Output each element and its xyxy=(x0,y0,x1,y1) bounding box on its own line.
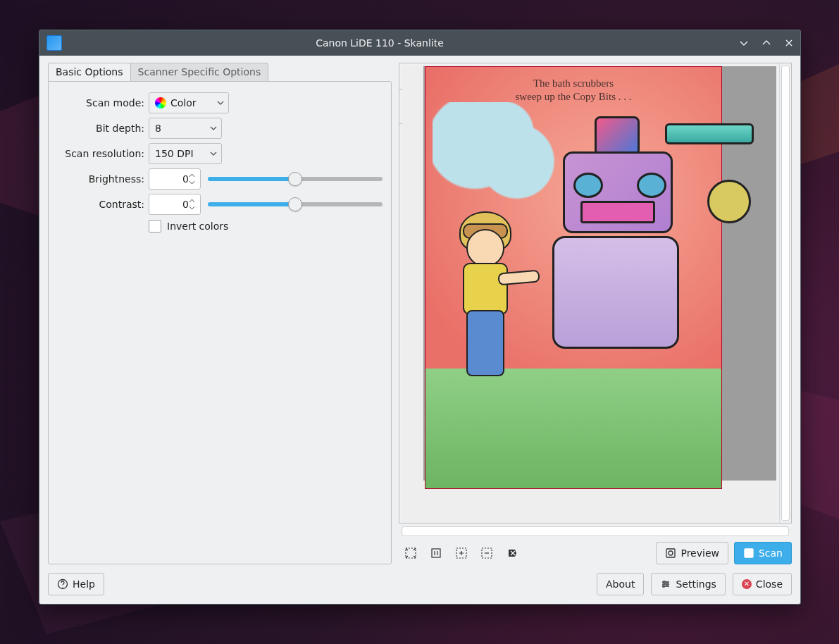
scanned-image: The bath scrubbers sweep up the Copy Bit… xyxy=(425,67,721,488)
tab-basic-options[interactable]: Basic Options xyxy=(48,63,131,81)
page-caption-line2: sweep up the Copy Bits . . . xyxy=(425,90,721,104)
scan-mode-value: Color xyxy=(170,97,197,109)
chevron-down-icon xyxy=(217,99,224,106)
scan-selection[interactable]: The bath scrubbers sweep up the Copy Bit… xyxy=(425,66,722,489)
color-wheel-icon xyxy=(155,97,166,109)
tab-scanner-specific-options[interactable]: Scanner Specific Options xyxy=(130,63,269,81)
options-panel: Basic Options Scanner Specific Options S… xyxy=(48,63,392,564)
scan-resolution-label: Scan resolution: xyxy=(57,148,149,159)
brightness-slider[interactable] xyxy=(208,169,383,189)
page-caption-line1: The bath scrubbers xyxy=(425,77,721,90)
settings-button[interactable]: Settings xyxy=(651,573,725,595)
contrast-spinbox[interactable]: 0 xyxy=(149,194,201,215)
scan-mode-combo[interactable]: Color xyxy=(149,92,229,113)
brightness-value: 0 xyxy=(149,173,190,185)
app-window: Canon LiDE 110 - Skanlite Basic Options … xyxy=(39,30,801,605)
zoom-in-icon[interactable] xyxy=(455,547,468,559)
about-button[interactable]: About xyxy=(597,573,644,595)
contrast-value: 0 xyxy=(149,199,190,210)
zoom-out-icon[interactable] xyxy=(480,547,493,559)
help-icon xyxy=(57,578,68,590)
svg-rect-1 xyxy=(432,549,440,557)
app-icon xyxy=(46,35,62,51)
brightness-label: Brightness: xyxy=(57,173,149,185)
preview-vertical-scrollbar[interactable] xyxy=(779,63,791,523)
checkbox-box-icon xyxy=(149,220,161,233)
invert-colors-label: Invert colors xyxy=(167,221,228,232)
basic-options-panel: Scan mode: Color Bit depth: 8 xyxy=(48,81,392,564)
scan-button[interactable]: Scan xyxy=(734,542,792,564)
maximize-button[interactable] xyxy=(755,30,778,56)
scan-resolution-combo[interactable]: 150 DPI xyxy=(149,143,222,164)
chevron-down-icon xyxy=(210,150,217,157)
svg-rect-7 xyxy=(746,550,752,552)
scan-icon xyxy=(743,547,754,559)
brightness-spinbox[interactable]: 0 xyxy=(149,168,201,190)
svg-point-9 xyxy=(664,581,666,583)
close-app-button[interactable]: ✕ Close xyxy=(733,573,792,595)
invert-colors-checkbox[interactable]: Invert colors xyxy=(149,220,383,233)
contrast-slider[interactable] xyxy=(208,194,383,214)
contrast-thumb[interactable] xyxy=(288,197,302,211)
svg-rect-4 xyxy=(666,549,675,557)
preview-viewport[interactable]: The bath scrubbers sweep up the Copy Bit… xyxy=(402,66,776,523)
close-button[interactable] xyxy=(778,30,800,56)
brightness-thumb[interactable] xyxy=(288,172,302,186)
minimize-button[interactable] xyxy=(733,30,755,56)
preview-icon xyxy=(665,547,676,559)
svg-point-5 xyxy=(669,551,673,555)
chevron-down-icon xyxy=(210,125,217,132)
scan-mode-label: Scan mode: xyxy=(57,97,149,109)
svg-point-11 xyxy=(663,586,665,588)
scan-resolution-value: 150 DPI xyxy=(155,148,194,159)
preview-horizontal-scrollbar[interactable] xyxy=(402,526,789,536)
svg-point-10 xyxy=(666,583,669,586)
clear-selection-icon[interactable] xyxy=(506,547,518,559)
zoom-fit-icon[interactable] xyxy=(404,547,417,559)
close-icon: ✕ xyxy=(742,579,752,589)
preview-button[interactable]: Preview xyxy=(656,542,728,564)
bit-depth-value: 8 xyxy=(155,123,161,134)
preview-frame: The bath scrubbers sweep up the Copy Bit… xyxy=(399,63,792,524)
bit-depth-label: Bit depth: xyxy=(57,123,149,134)
contrast-label: Contrast: xyxy=(57,199,149,210)
window-title: Canon LiDE 110 - Skanlite xyxy=(69,37,733,49)
help-button[interactable]: Help xyxy=(48,573,104,595)
preview-panel: The bath scrubbers sweep up the Copy Bit… xyxy=(399,63,792,564)
settings-icon xyxy=(660,578,671,590)
bit-depth-combo[interactable]: 8 xyxy=(149,118,222,139)
titlebar: Canon LiDE 110 - Skanlite xyxy=(39,30,800,56)
zoom-original-icon[interactable] xyxy=(430,547,442,559)
